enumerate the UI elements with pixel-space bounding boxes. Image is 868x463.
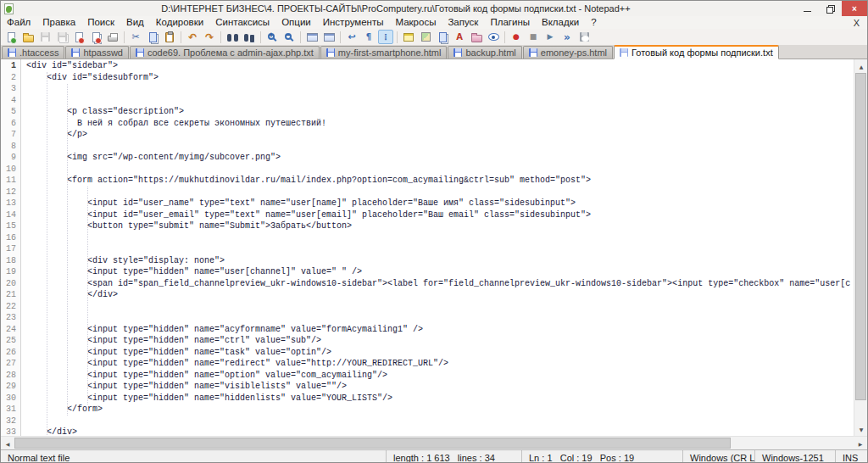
tab-6[interactable]: Готовый код формы подписки.txt (614, 45, 779, 59)
save-button[interactable] (37, 30, 53, 44)
monitoring-button[interactable] (486, 30, 501, 44)
print-button[interactable] (105, 30, 120, 44)
vertical-scrollbar[interactable]: ▲ ▼ (854, 59, 867, 436)
code-line-18[interactable]: <div style="display: none"> (26, 256, 854, 268)
copy-button[interactable] (145, 30, 160, 44)
code-line-21[interactable]: </div> (26, 290, 854, 302)
paste-button[interactable] (162, 30, 177, 44)
code-line-29[interactable]: <input type="hidden" name="visiblelists"… (26, 382, 854, 393)
tab-3[interactable]: my-first-smartphone.html (320, 46, 448, 59)
status-encoding[interactable]: Windows-1251 (754, 450, 835, 463)
sync-horizontal-scroll-button[interactable] (321, 30, 337, 44)
close-button[interactable] (71, 30, 86, 44)
scroll-up-arrow-icon[interactable]: ▲ (854, 59, 867, 73)
macro-record-button[interactable]: ● (509, 30, 524, 44)
cut-button[interactable]: ✂ (128, 30, 143, 44)
code-line-27[interactable]: <input type="hidden" name="redirect" val… (26, 359, 854, 371)
code-line-30[interactable]: <input type="hidden" name="hiddenlists" … (26, 393, 854, 405)
scroll-down-arrow-icon[interactable]: ▼ (854, 422, 867, 436)
macro-stop-button[interactable]: ■ (526, 30, 541, 44)
horizontal-scrollbar[interactable]: ◀ ▶ (1, 436, 867, 449)
menu-item[interactable]: Правка (36, 16, 81, 29)
menu-item[interactable]: Файл (1, 16, 36, 29)
tab-1[interactable]: htpasswd (65, 46, 128, 59)
menu-item[interactable]: Кодировки (150, 16, 209, 29)
open-file-button[interactable] (20, 30, 36, 44)
code-line-16[interactable] (26, 233, 854, 245)
code-line-32[interactable] (26, 416, 854, 428)
macro-play-button[interactable]: ▶ (542, 30, 558, 44)
code-line-19[interactable]: <input type="hidden" name="user[channel]… (26, 267, 854, 279)
code-line-20[interactable]: <span id="span_field_channelpreview_ukr-… (26, 279, 854, 291)
replace-button[interactable] (242, 30, 257, 44)
word-wrap-button[interactable]: ↩ (344, 30, 359, 44)
undo-button[interactable]: ↶ (185, 30, 200, 44)
menu-item[interactable]: Плагины (484, 16, 536, 29)
menu-item[interactable]: Поиск (81, 16, 120, 29)
code-line-5[interactable]: <p class="description"> (26, 107, 854, 119)
code-line-28[interactable]: <input type="hidden" name="option" value… (26, 371, 854, 382)
code-line-26[interactable]: <input type="hidden" name="task" value="… (26, 348, 854, 360)
code-line-11[interactable]: <form action="https://mukhutdinovildar.r… (26, 176, 854, 187)
indent-guide-button[interactable]: ⋮ (378, 30, 393, 44)
code-line-23[interactable] (26, 313, 854, 325)
tab-4[interactable]: backup.html (448, 46, 521, 59)
tab-0[interactable]: .htaccess (2, 46, 64, 59)
folder-as-workspace-button[interactable] (469, 30, 484, 44)
code-line-2[interactable]: <div id="sidesubform"> (26, 73, 854, 85)
tab-5[interactable]: emoney-ps.html (523, 46, 613, 59)
code-line-3[interactable] (26, 84, 854, 96)
restore-button[interactable] (819, 1, 842, 16)
udl-dialog-button[interactable] (401, 30, 416, 44)
status-eol-format[interactable]: Windows (CR LF) (682, 450, 754, 463)
code-line-10[interactable] (26, 165, 854, 176)
status-insert-mode[interactable]: INS (835, 450, 867, 463)
close-all-button[interactable] (88, 30, 103, 44)
scroll-left-arrow-icon[interactable]: ◀ (1, 437, 14, 450)
vertical-scrollbar-thumb[interactable] (855, 73, 866, 400)
macro-save-button[interactable] (576, 30, 592, 44)
new-file-button[interactable] (3, 30, 19, 44)
code-line-15[interactable]: <button type="submit" name="Submit">Забр… (26, 221, 854, 233)
code-line-24[interactable]: <input type="hidden" name="acyformname" … (26, 325, 854, 337)
tab-2[interactable]: code69. Проблема с admin-ajax.php.txt (130, 46, 320, 59)
code-area[interactable]: <div id="sidebar"> <div id="sidesubform"… (21, 59, 854, 436)
code-line-33[interactable]: </div> (26, 427, 854, 436)
function-list-button[interactable] (435, 30, 450, 44)
code-line-17[interactable] (26, 244, 854, 256)
code-line-6[interactable]: В ней я собрал все секреты экономных пут… (26, 119, 854, 131)
macro-run-multiple-button[interactable]: » (559, 30, 575, 44)
code-line-4[interactable] (26, 96, 854, 108)
menu-item[interactable]: Опции (275, 16, 317, 29)
save-all-button[interactable] (54, 30, 70, 44)
document-map-button[interactable] (418, 30, 433, 44)
menu-item[interactable]: Инструменты (317, 16, 390, 29)
code-line-25[interactable]: <input type="hidden" name="ctrl" value="… (26, 336, 854, 348)
code-line-31[interactable]: </form> (26, 404, 854, 416)
menu-item[interactable]: Вкладки (536, 16, 585, 29)
code-line-22[interactable] (26, 302, 854, 314)
close-window-button[interactable]: × (842, 1, 867, 16)
status-cursor-position[interactable]: Ln : 1 Col : 19 Pos : 19 (521, 450, 682, 463)
code-line-1[interactable]: <div id="sidebar"> (26, 61, 854, 73)
zoom-in-button[interactable] (264, 30, 280, 44)
code-line-9[interactable]: <img src="/wp-content/myimg/subcover.png… (26, 153, 854, 165)
redo-button[interactable]: ↷ (202, 30, 217, 44)
menu-item[interactable]: Макросы (389, 16, 442, 29)
document-peek-button[interactable]: A (452, 30, 467, 44)
menu-item[interactable]: ? (585, 16, 602, 29)
close-document-button[interactable]: X (846, 18, 867, 28)
menu-item[interactable]: Синтаксисы (209, 16, 275, 29)
code-line-12[interactable] (26, 187, 854, 199)
menu-item[interactable]: Запуск (442, 16, 484, 29)
zoom-out-button[interactable] (281, 30, 297, 44)
sync-vertical-scroll-button[interactable] (304, 30, 320, 44)
show-all-characters-button[interactable]: ¶ (361, 30, 376, 44)
find-button[interactable] (225, 30, 240, 44)
minimize-button[interactable] (796, 1, 819, 16)
code-line-7[interactable]: </p> (26, 130, 854, 142)
scroll-right-arrow-icon[interactable]: ▶ (854, 437, 867, 450)
horizontal-scrollbar-thumb[interactable] (14, 438, 731, 449)
code-line-13[interactable]: <input id="user_name" type="text" name="… (26, 198, 854, 210)
code-line-8[interactable] (26, 142, 854, 153)
